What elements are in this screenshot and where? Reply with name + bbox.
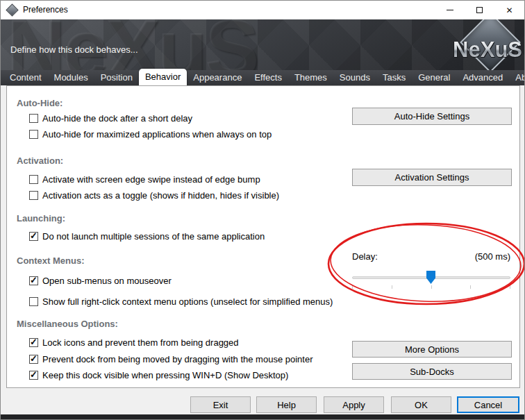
checkbox-row-edge-swipe[interactable]: Activate with screen edge swipe instead … bbox=[29, 174, 260, 185]
checkbox[interactable] bbox=[29, 191, 38, 200]
window-controls: ✕ bbox=[435, 1, 524, 19]
checkbox-label: Do not launch multiple sessions of the s… bbox=[42, 231, 265, 242]
bottom-dark-strip bbox=[1, 414, 524, 419]
delay-slider-thumb[interactable] bbox=[426, 271, 435, 284]
checkbox-label: Activation acts as a toggle (shows if hi… bbox=[42, 190, 279, 201]
minimize-icon bbox=[447, 10, 453, 10]
tab-behavior[interactable]: Behavior bbox=[139, 69, 187, 85]
section-launching: Launching: bbox=[17, 213, 65, 224]
help-button[interactable]: Help bbox=[256, 396, 317, 413]
checkbox[interactable] bbox=[29, 276, 38, 285]
tab-about[interactable]: About bbox=[509, 70, 525, 85]
behavior-panel: Auto-Hide: Auto-hide the dock after a sh… bbox=[6, 85, 520, 388]
checkbox-row-autohide-maximized[interactable]: Auto-hide for maximized applications whe… bbox=[29, 128, 272, 140]
checkbox[interactable] bbox=[29, 175, 38, 184]
activation-settings-button[interactable]: Activation Settings bbox=[352, 169, 512, 186]
tab-modules[interactable]: Modules bbox=[48, 70, 94, 85]
nexus-logo-text: NeXuS bbox=[453, 37, 522, 62]
nexus-app-icon bbox=[6, 3, 18, 16]
title-bar: Preferences ✕ bbox=[1, 1, 524, 19]
checkbox-row-prevent-dock-move[interactable]: Prevent dock from being moved by draggin… bbox=[29, 353, 313, 364]
maximize-icon bbox=[476, 7, 483, 13]
checkbox[interactable] bbox=[29, 338, 38, 347]
red-circle-annotation bbox=[319, 219, 525, 310]
checkbox[interactable] bbox=[29, 232, 38, 241]
delay-slider-labels: Delay: (500 ms) bbox=[352, 251, 510, 262]
tab-sounds[interactable]: Sounds bbox=[333, 70, 376, 85]
tab-general[interactable]: General bbox=[412, 70, 456, 85]
checkbox-row-no-multiple-sessions[interactable]: Do not launch multiple sessions of the s… bbox=[29, 230, 265, 242]
delay-value: (500 ms) bbox=[475, 251, 510, 262]
checkbox[interactable] bbox=[29, 297, 38, 306]
header-banner: NeXuS Define how this dock behaves... Ne… bbox=[1, 19, 524, 70]
checkbox[interactable] bbox=[29, 114, 38, 123]
maximize-button[interactable] bbox=[465, 1, 494, 19]
checkbox-label: Keep this dock visible when pressing WIN… bbox=[42, 370, 288, 380]
tab-effects[interactable]: Effects bbox=[248, 70, 288, 85]
auto-hide-settings-button[interactable]: Auto-Hide Settings bbox=[352, 108, 512, 125]
tab-content[interactable]: Content bbox=[3, 70, 48, 85]
apply-button[interactable]: Apply bbox=[324, 396, 384, 413]
checkbox-row-keep-visible-win-d[interactable]: Keep this dock visible when pressing WIN… bbox=[29, 369, 288, 380]
preferences-window: Preferences ✕ NeXuS Define how this dock… bbox=[0, 0, 525, 420]
tab-themes[interactable]: Themes bbox=[288, 70, 333, 85]
tick-mark bbox=[392, 285, 392, 289]
tab-advanced[interactable]: Advanced bbox=[456, 70, 509, 85]
section-activation: Activation: bbox=[17, 156, 63, 166]
section-context-menus: Context Menus: bbox=[17, 255, 85, 266]
cancel-button[interactable]: Cancel bbox=[457, 396, 519, 413]
tick-mark bbox=[470, 285, 471, 289]
tab-appearance[interactable]: Appearance bbox=[187, 70, 248, 85]
checkbox-row-full-context-menu[interactable]: Show full right-click context menu optio… bbox=[29, 296, 333, 307]
sub-docks-button[interactable]: Sub-Docks bbox=[352, 363, 512, 380]
checkbox-row-lock-icons[interactable]: Lock icons and prevent them from being d… bbox=[29, 337, 239, 348]
checkbox-label: Open sub-menus on mouseover bbox=[42, 276, 172, 286]
checkbox-row-submenus-mouseover[interactable]: Open sub-menus on mouseover bbox=[29, 275, 172, 286]
tab-bar: Content Modules Position Behavior Appear… bbox=[1, 70, 524, 85]
ok-button[interactable]: OK bbox=[391, 396, 451, 413]
checkbox[interactable] bbox=[29, 355, 38, 364]
delay-slider-ticks bbox=[352, 285, 510, 289]
checkbox-row-activation-toggle[interactable]: Activation acts as a toggle (shows if hi… bbox=[29, 190, 279, 201]
checkbox-label: Lock icons and prevent them from being d… bbox=[42, 337, 239, 348]
close-button[interactable]: ✕ bbox=[494, 1, 524, 19]
section-miscellaneous: Miscellaneous Options: bbox=[17, 319, 118, 329]
delay-label: Delay: bbox=[352, 251, 378, 262]
checkbox-label: Auto-hide the dock after a short delay bbox=[42, 113, 192, 124]
checkbox-label: Show full right-click context menu optio… bbox=[42, 296, 333, 307]
tab-description: Define how this dock behaves... bbox=[10, 44, 138, 55]
more-options-button[interactable]: More Options bbox=[352, 341, 512, 358]
minimize-button[interactable] bbox=[435, 1, 465, 19]
nexus-logo: NeXuS bbox=[438, 19, 524, 70]
checkbox-label: Auto-hide for maximized applications whe… bbox=[42, 129, 272, 140]
checkbox[interactable] bbox=[29, 130, 38, 139]
tick-mark bbox=[510, 285, 510, 289]
checkbox-row-autohide-delay[interactable]: Auto-hide the dock after a short delay bbox=[29, 112, 192, 124]
tab-position[interactable]: Position bbox=[94, 70, 139, 85]
tick-mark bbox=[431, 285, 432, 289]
section-auto-hide: Auto-Hide: bbox=[17, 98, 62, 108]
checkbox[interactable] bbox=[29, 371, 38, 380]
close-icon: ✕ bbox=[506, 6, 512, 15]
checkbox-label: Activate with screen edge swipe instead … bbox=[42, 174, 260, 185]
checkbox-label: Prevent dock from being moved by draggin… bbox=[42, 354, 313, 364]
window-title: Preferences bbox=[23, 1, 68, 19]
tick-mark bbox=[352, 285, 353, 289]
tab-tasks[interactable]: Tasks bbox=[376, 70, 412, 85]
exit-button[interactable]: Exit bbox=[190, 396, 251, 413]
